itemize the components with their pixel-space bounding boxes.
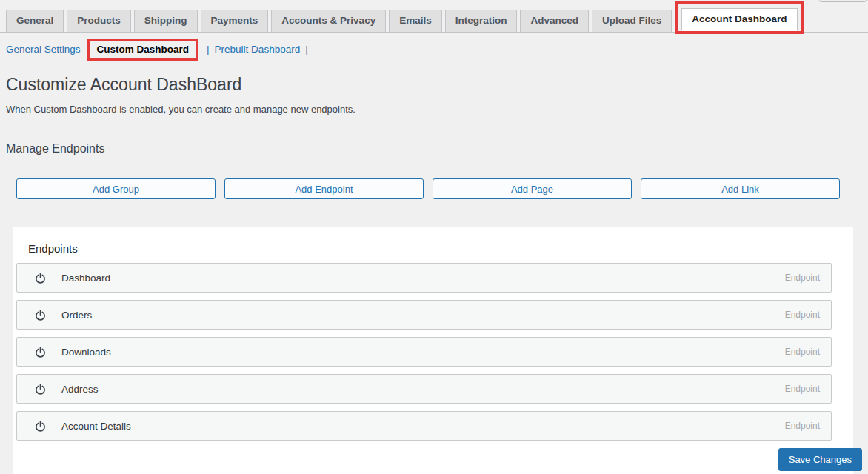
- endpoint-actions-row: Add Group Add Endpoint Add Page Add Link: [16, 178, 840, 199]
- tab-payments[interactable]: Payments: [201, 10, 269, 33]
- subnav-separator: |: [305, 44, 308, 55]
- tab-general[interactable]: General: [6, 10, 64, 33]
- endpoint-type-badge: Endpoint: [785, 384, 820, 394]
- tab-accounts-privacy[interactable]: Accounts & Privacy: [271, 10, 386, 33]
- endpoints-list: Dashboard Endpoint Orders Endpoint Downl…: [16, 263, 832, 441]
- settings-tab-bar: General Products Shipping Payments Accou…: [0, 0, 868, 33]
- subnav-custom-dashboard[interactable]: Custom Dashboard: [97, 44, 190, 55]
- endpoint-row-address[interactable]: Address Endpoint: [16, 374, 832, 404]
- endpoints-panel: Endpoints Dashboard Endpoint Orders Endp…: [13, 227, 853, 474]
- add-page-button[interactable]: Add Page: [433, 178, 632, 199]
- tab-shipping[interactable]: Shipping: [134, 10, 198, 33]
- endpoint-label: Address: [61, 384, 99, 395]
- endpoint-row-dashboard[interactable]: Dashboard Endpoint: [16, 263, 832, 293]
- power-icon[interactable]: [35, 310, 46, 321]
- power-icon[interactable]: [35, 347, 46, 358]
- endpoint-row-account-details[interactable]: Account Details Endpoint: [16, 411, 832, 441]
- tab-account-dashboard[interactable]: Account Dashboard: [681, 8, 797, 31]
- endpoint-type-badge: Endpoint: [785, 273, 820, 283]
- add-group-button[interactable]: Add Group: [16, 178, 216, 199]
- add-endpoint-button[interactable]: Add Endpoint: [224, 178, 424, 199]
- page-description: When Custom Dashboard is enabled, you ca…: [6, 104, 868, 115]
- endpoint-type-badge: Endpoint: [785, 421, 820, 431]
- page-title: Customize Account DashBoard: [6, 75, 868, 95]
- red-highlight-box-account-dashboard: Account Dashboard: [675, 1, 804, 34]
- dashboard-subnav: General Settings Custom Dashboard | Preb…: [0, 33, 868, 58]
- help-tab-partial[interactable]: [819, 0, 867, 2]
- endpoint-label: Dashboard: [61, 273, 110, 284]
- subnav-general-settings[interactable]: General Settings: [6, 44, 81, 55]
- tab-integration[interactable]: Integration: [445, 10, 518, 33]
- endpoint-type-badge: Endpoint: [785, 310, 820, 320]
- endpoint-type-badge: Endpoint: [785, 347, 820, 357]
- power-icon[interactable]: [35, 273, 46, 284]
- power-icon[interactable]: [35, 384, 46, 395]
- save-changes-button[interactable]: Save Changes: [778, 448, 862, 471]
- tab-upload-files[interactable]: Upload Files: [592, 10, 672, 33]
- endpoint-row-orders[interactable]: Orders Endpoint: [16, 300, 832, 330]
- power-icon[interactable]: [35, 421, 46, 432]
- subnav-prebuilt-dashboard[interactable]: Prebuilt Dashboard: [215, 44, 301, 55]
- tab-emails[interactable]: Emails: [389, 10, 442, 33]
- endpoint-label: Account Details: [61, 421, 131, 432]
- tab-advanced[interactable]: Advanced: [520, 10, 589, 33]
- subnav-separator: |: [207, 44, 210, 55]
- endpoint-label: Orders: [61, 310, 92, 321]
- endpoint-row-downloads[interactable]: Downloads Endpoint: [16, 337, 832, 367]
- manage-endpoints-heading: Manage Endpoints: [6, 142, 868, 156]
- add-link-button[interactable]: Add Link: [641, 178, 840, 199]
- endpoints-panel-title: Endpoints: [28, 242, 853, 255]
- save-row: Save Changes: [13, 448, 862, 471]
- tab-products[interactable]: Products: [67, 10, 131, 33]
- endpoint-label: Downloads: [61, 347, 111, 358]
- red-highlight-box-custom-dashboard: Custom Dashboard: [87, 39, 199, 61]
